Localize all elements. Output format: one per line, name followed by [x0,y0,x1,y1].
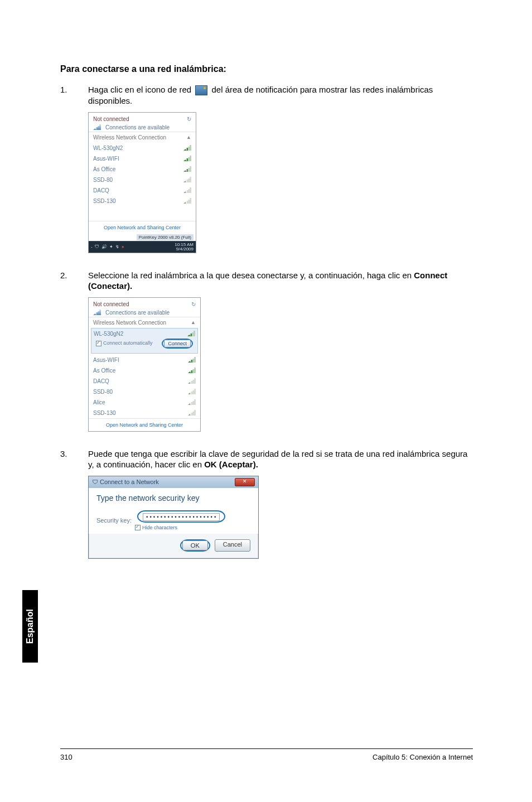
section-heading: Para conectarse a una red inalámbrica: [60,64,473,74]
signal-icon [183,166,191,172]
network-flyout-1: Not connected ↻ Connections are availabl… [88,112,196,253]
footer-divider [60,748,473,749]
security-key-label: Security key: [96,517,132,524]
connect-button[interactable]: Connect [164,340,191,347]
step-2-number: 2. [60,270,88,292]
cancel-button[interactable]: Cancel [215,539,250,552]
step-3: 3. Puede que tenga que escribir la clave… [60,448,473,470]
open-sharing-center-link[interactable]: Open Network and Sharing Center [89,418,200,431]
flyout1-subtitle: Connections are available [105,124,170,131]
network-item[interactable]: Alice [89,397,200,408]
callout-oval: Connect [162,339,193,349]
step-1-text-pre: Haga clic en el icono de red [88,85,194,94]
ok-button[interactable]: OK [182,540,208,550]
signal-icon [188,357,196,363]
network-item[interactable]: SSD-80 [89,175,196,185]
chevron-up-icon[interactable]: ▲ [186,134,191,141]
connect-automatically-checkbox[interactable]: Connect automatically [96,340,153,346]
chapter-title: Capítulo 5: Conexión a Internet [373,753,473,761]
network-item[interactable]: SSD-130 [89,408,200,418]
page-number: 310 [60,753,72,761]
network-item[interactable]: SSD-130 [89,196,196,206]
network-tray-icon [195,85,207,95]
hide-characters-checkbox[interactable]: Hide characters [135,525,225,531]
network-item[interactable]: WL-530gN2 [89,143,196,153]
signal-icon [188,410,196,416]
network-item[interactable]: Asus-WIFI [89,153,196,164]
step-3-bold: OK (Aceptar). [204,460,258,469]
open-sharing-center-link[interactable]: Open Network and Sharing Center [89,221,196,234]
dialog-heading: Type the network security key [96,494,250,503]
signal-icon [187,331,195,336]
chevron-up-icon[interactable]: ▲ [191,320,196,326]
network-item[interactable]: As Office [89,164,196,175]
dialog-title: Connect to a Network [100,479,159,485]
taskbar-tray: -🛡🔊✦↯● 10:15 AM 9/4/2009 [89,241,196,253]
signal-icon [188,368,196,373]
step-1: 1. Haga clic en el icono de red del área… [60,84,473,107]
signal-icon [188,389,196,394]
callout-oval: •••••••••••••••••••• [137,510,225,523]
network-flyout-2: Not connected ↻ Connections are availabl… [88,297,201,432]
flyout2-subtitle: Connections are available [105,310,170,316]
close-button[interactable]: ✕ [235,478,255,486]
refresh-icon[interactable]: ↻ [187,116,191,122]
security-key-dialog: 🛡 Connect to a Network ✕ Type the networ… [88,476,259,559]
network-item[interactable]: DACQ [89,376,200,386]
step-3-number: 3. [60,448,88,470]
flyout1-title: Not connected [93,116,129,122]
signal-icon [183,198,191,204]
signal-icon [93,122,103,130]
network-item[interactable]: Asus-WIFI [89,355,200,365]
language-tab: Español [22,590,38,663]
flyout2-section: Wireless Network Connection [93,320,166,326]
network-item-selected[interactable]: WL-530gN2 Connect automatically Connect [91,328,198,354]
network-item[interactable]: DACQ [89,185,196,196]
flyout2-title: Not connected [93,301,129,307]
signal-icon [183,187,191,193]
signal-icon [188,399,196,405]
network-item[interactable]: As Office [89,365,200,376]
step-2: 2. Seleccione la red inalámbrica a la qu… [60,270,473,292]
tray-date: 9/4/2009 [175,247,194,252]
signal-icon [93,307,103,315]
step-1-number: 1. [60,84,88,107]
refresh-icon[interactable]: ↻ [191,301,196,307]
tray-app-badge: PointKey 2000 v8.20 (Full) [137,234,194,240]
signal-icon [183,145,191,151]
security-key-input[interactable]: •••••••••••••••••••• [143,513,220,521]
network-item[interactable]: SSD-80 [89,386,200,397]
signal-icon [183,156,191,161]
step-2-text: Seleccione la red inalámbrica a la que d… [88,270,414,280]
callout-oval: OK [180,539,210,552]
flyout1-section: Wireless Network Connection [93,134,166,141]
signal-icon [183,177,191,182]
step-3-text: Puede que tenga que escribir la clave de… [88,449,467,470]
signal-icon [188,378,196,384]
